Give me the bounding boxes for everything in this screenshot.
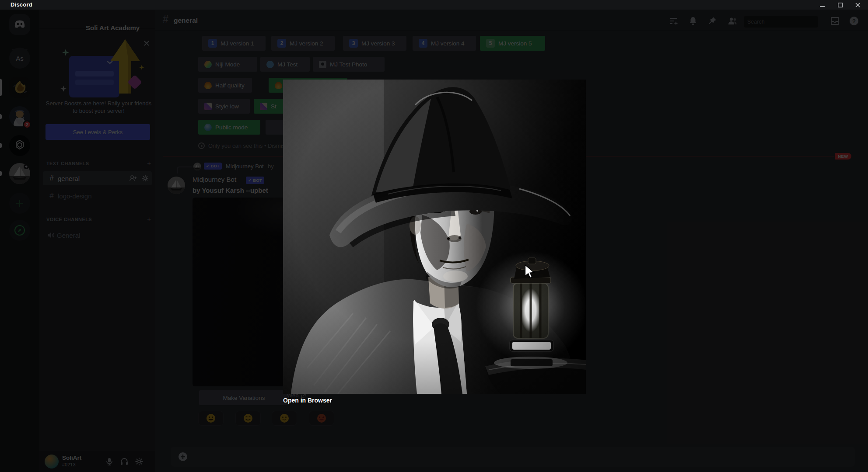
window-titlebar: Discord [0, 0, 868, 10]
discord-app-window: Discord As 2 [0, 0, 868, 472]
lightbox-portrait-image[interactable] [283, 80, 586, 394]
close-window-button[interactable] [855, 3, 861, 7]
maximize-button[interactable] [838, 3, 843, 7]
app-title: Discord [10, 1, 32, 8]
mouse-cursor [524, 264, 536, 279]
open-in-browser-link[interactable]: Open in Browser [283, 397, 332, 404]
minimize-button[interactable] [820, 3, 825, 7]
